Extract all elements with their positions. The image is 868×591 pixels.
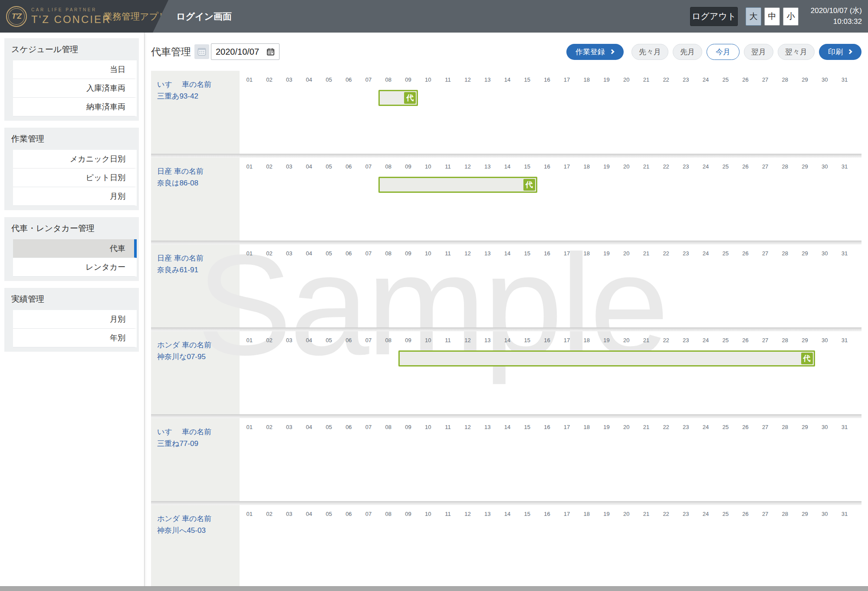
calendar-grid-icon (197, 47, 206, 56)
vehicle-plate-number: 奈良は86-08 (157, 177, 234, 189)
sidebar-item[interactable]: 代車 (13, 239, 137, 258)
sidebar-item[interactable]: 入庫済車両 (13, 79, 137, 98)
day-tick: 06 (339, 244, 359, 257)
header-actions: ログアウト 大中小 2020/10/07 (水) 10:03:32 (690, 6, 868, 27)
day-header: 0102030405060708091011121314151617181920… (240, 331, 855, 343)
toolbar-button-7[interactable]: 印刷 (819, 44, 861, 60)
sidebar-item[interactable]: メカニック日別 (13, 150, 137, 168)
sidebar-item[interactable]: ピット日別 (13, 168, 137, 187)
day-tick: 30 (815, 158, 835, 170)
vehicle-label-cell[interactable]: いすゞ 車の名前 三重ね77-09 (151, 418, 240, 501)
day-tick: 30 (815, 244, 835, 257)
toolbar-button-2[interactable]: 先々月 (631, 44, 668, 60)
day-tick: 29 (795, 71, 815, 83)
day-tick: 30 (815, 505, 835, 517)
font-size-switcher: 大中小 (746, 7, 799, 26)
vehicle-maker-name: ホンダ 車の名前 (157, 339, 234, 351)
day-tick: 20 (616, 418, 636, 430)
day-tick: 09 (398, 71, 418, 83)
day-header: 0102030405060708091011121314151617181920… (240, 244, 855, 257)
vehicle-label-cell[interactable]: いすゞ 車の名前 三重あ93-42 (151, 71, 240, 154)
day-tick: 02 (260, 418, 279, 430)
clock: 2020/10/07 (水) 10:03:32 (806, 6, 862, 27)
vehicle-maker-name: 日産 車の名前 (157, 165, 234, 177)
vehicle-maker-name: いすゞ 車の名前 (157, 426, 234, 438)
day-tick: 08 (378, 418, 398, 430)
logout-button[interactable]: ログアウト (690, 7, 738, 26)
day-tick: 18 (577, 418, 597, 430)
sidebar-item[interactable]: 当日 (13, 60, 137, 79)
day-tick: 03 (279, 244, 299, 257)
page-title: 代車管理 (151, 45, 191, 59)
day-tick: 29 (795, 418, 815, 430)
day-tick: 17 (557, 331, 577, 343)
chevron-right-icon (847, 49, 852, 54)
day-tick: 10 (418, 331, 438, 343)
vehicle-plate-number: 三重あ93-42 (157, 90, 234, 102)
datepicker-trigger-button[interactable] (194, 44, 209, 59)
day-tick: 21 (636, 71, 656, 83)
vehicle-plate-number: 神奈川な07-95 (157, 351, 234, 363)
day-tick: 27 (755, 505, 775, 517)
vehicle-plate-number: 奈良み61-91 (157, 264, 234, 276)
bar-type-badge: 代 (523, 179, 535, 191)
day-tick: 06 (339, 331, 359, 343)
toolbar-button-5[interactable]: 翌月 (744, 44, 773, 60)
day-tick: 16 (537, 418, 557, 430)
window-bottom-edge (0, 586, 868, 591)
day-tick: 03 (279, 418, 299, 430)
vehicle-label-cell[interactable]: 日産 車の名前 奈良み61-91 (151, 244, 240, 327)
day-tick: 24 (696, 331, 716, 343)
day-tick: 31 (835, 71, 855, 83)
loaner-schedule-bar[interactable]: 代 (378, 90, 418, 106)
day-tick: 21 (636, 158, 656, 170)
day-tick: 31 (835, 158, 855, 170)
calendar-icon[interactable] (266, 48, 275, 56)
font-size-button-中[interactable]: 中 (764, 7, 780, 26)
day-tick: 20 (616, 244, 636, 257)
day-tick: 12 (458, 244, 478, 257)
sidebar-section-items: メカニック日別ピット日別月別 (13, 150, 137, 206)
toolbar-button-6[interactable]: 翌々月 (778, 44, 815, 60)
day-tick: 11 (438, 418, 458, 430)
screen-title: ログイン画面 (176, 10, 232, 23)
app-title: 業務管理アプリ (103, 10, 168, 23)
day-tick: 08 (378, 244, 398, 257)
sidebar-item[interactable]: レンタカー (13, 258, 137, 277)
sidebar-section-items: 月別年別 (13, 310, 137, 347)
font-size-button-大[interactable]: 大 (746, 7, 761, 26)
day-tick: 17 (557, 71, 577, 83)
day-tick: 07 (358, 331, 378, 343)
day-tick: 23 (676, 505, 696, 517)
sidebar-item[interactable]: 納車済車両 (13, 98, 137, 116)
toolbar-button-3[interactable]: 先月 (673, 44, 702, 60)
toolbar-button-4[interactable]: 今月 (707, 44, 740, 60)
vehicle-label-cell[interactable]: ホンダ 車の名前 神奈川へ45-03 (151, 505, 240, 588)
vehicle-label-cell[interactable]: 日産 車の名前 奈良は86-08 (151, 158, 240, 241)
loaner-schedule-bar[interactable]: 代 (378, 177, 537, 193)
header-brand-area: T'Z CAR LIFE PARTNER T'Z CONCIER 業務管理アプリ (0, 0, 168, 33)
date-input[interactable]: 2020/10/07 (211, 43, 279, 60)
day-tick: 16 (537, 505, 557, 517)
sidebar-item[interactable]: 月別 (13, 187, 137, 206)
day-tick: 29 (795, 505, 815, 517)
day-tick: 22 (656, 505, 676, 517)
day-tick: 08 (378, 505, 398, 517)
day-tick: 07 (358, 505, 378, 517)
day-tick: 18 (577, 244, 597, 257)
sidebar-item[interactable]: 月別 (13, 310, 137, 329)
loaner-schedule-bar[interactable]: 代 (398, 350, 815, 366)
day-tick: 10 (418, 505, 438, 517)
day-tick: 27 (755, 71, 775, 83)
day-tick: 19 (597, 158, 617, 170)
toolbar-button-1[interactable]: 作業登録 (566, 44, 624, 60)
day-tick: 26 (736, 505, 756, 517)
day-tick: 06 (339, 418, 359, 430)
sidebar-item[interactable]: 年別 (13, 329, 137, 347)
day-tick: 01 (240, 331, 260, 343)
day-tick: 19 (597, 331, 617, 343)
vehicle-label-cell[interactable]: ホンダ 車の名前 神奈川な07-95 (151, 331, 240, 414)
day-tick: 09 (398, 505, 418, 517)
font-size-button-小[interactable]: 小 (783, 7, 799, 26)
day-tick: 24 (696, 71, 716, 83)
